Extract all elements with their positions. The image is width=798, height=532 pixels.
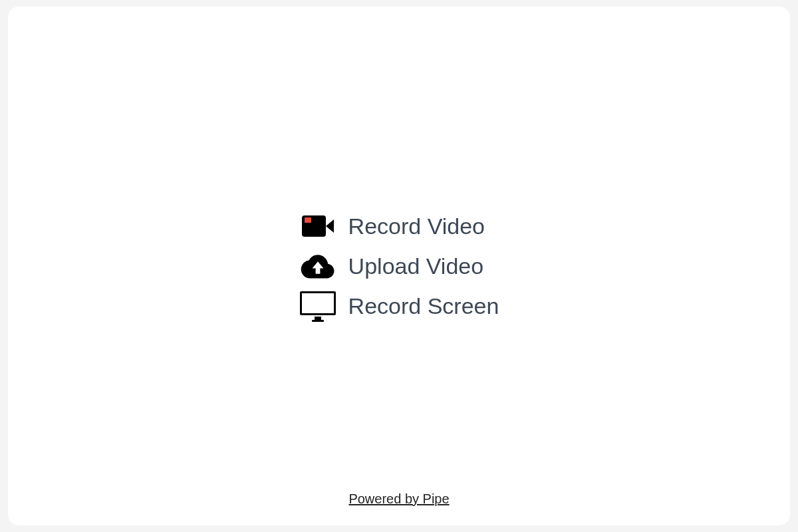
upload-video-button[interactable]: Upload Video <box>299 253 484 279</box>
upload-video-label: Upload Video <box>348 253 484 279</box>
record-screen-button[interactable]: Record Screen <box>299 293 499 319</box>
record-screen-label: Record Screen <box>348 293 499 319</box>
monitor-icon <box>299 293 336 319</box>
recorder-options: Record Video Upload Video Record Screen <box>299 213 499 319</box>
recorder-panel: Record Video Upload Video Record Screen <box>8 7 790 525</box>
cloud-upload-icon <box>299 253 336 279</box>
powered-by-link[interactable]: Powered by Pipe <box>348 491 449 507</box>
record-video-label: Record Video <box>348 213 485 239</box>
video-camera-icon <box>299 213 336 239</box>
record-video-button[interactable]: Record Video <box>299 213 485 239</box>
